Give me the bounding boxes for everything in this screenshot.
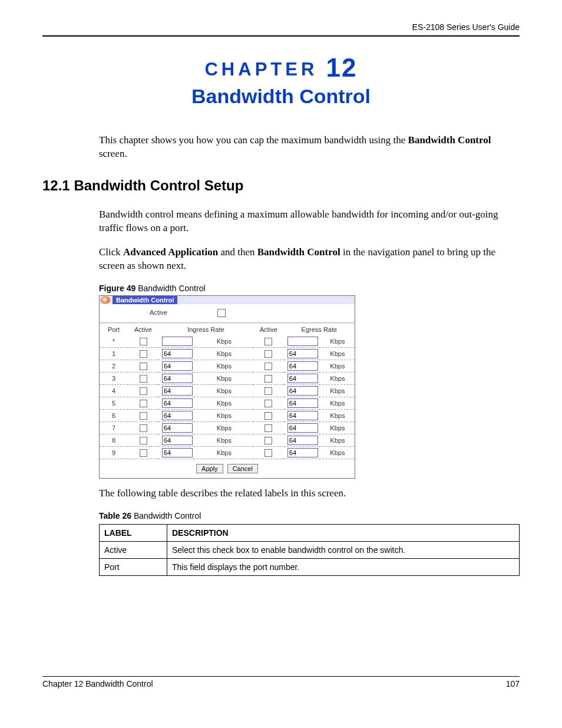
port-row: 8KbpsKbps [100, 434, 355, 447]
ingress-unit: Kbps [194, 373, 253, 385]
header-rule [42, 35, 520, 37]
chapter-label: CHAPTER 12 [42, 53, 520, 83]
cancel-button[interactable]: Cancel [227, 464, 258, 473]
after-figure-text: The following table describes the relate… [42, 487, 520, 500]
figure-caption: Figure 49 Bandwidth Control [42, 284, 520, 293]
ingress-unit: Kbps [194, 360, 253, 373]
global-active-row: Active [100, 304, 355, 324]
intro-post: screen. [99, 148, 127, 159]
ingress-rate-input[interactable] [162, 398, 193, 408]
egress-unit: Kbps [319, 385, 355, 397]
ingress-unit: Kbps [194, 410, 253, 422]
egress-active-checkbox[interactable] [265, 437, 272, 444]
ingress-active-checkbox[interactable] [140, 437, 147, 444]
egress-rate-input[interactable] [287, 411, 318, 420]
table-caption-text: Bandwidth Control [131, 511, 201, 521]
egress-rate-input[interactable] [287, 361, 318, 371]
p2-b1: Advanced Application [123, 246, 218, 258]
ingress-active-checkbox[interactable] [140, 400, 147, 407]
egress-active-checkbox[interactable] [265, 387, 272, 395]
egress-active-checkbox[interactable] [265, 338, 272, 345]
th-active-ingress: Active [128, 324, 158, 335]
egress-rate-input[interactable] [287, 337, 318, 346]
desc-row: PortThis field displays the port number. [100, 559, 520, 576]
egress-rate-input[interactable] [287, 436, 318, 445]
ingress-rate-input[interactable] [162, 448, 193, 457]
ingress-rate-input[interactable] [162, 386, 193, 396]
port-cell: 8 [100, 434, 128, 447]
chapter-number: 12 [318, 53, 357, 82]
egress-active-checkbox[interactable] [265, 375, 272, 383]
th-egress: Egress Rate [284, 324, 355, 335]
figure-caption-num: Figure 49 [99, 284, 135, 293]
egress-rate-input[interactable] [287, 448, 318, 457]
egress-rate-input[interactable] [287, 374, 318, 383]
port-row: 1KbpsKbps [100, 348, 355, 360]
egress-active-checkbox[interactable] [265, 449, 272, 457]
ingress-rate-input[interactable] [162, 374, 193, 383]
chapter-label-word: CHAPTER [204, 59, 318, 80]
p2-mid: and then [218, 246, 257, 258]
port-row: *KbpsKbps [100, 335, 355, 348]
intro-pre: This chapter shows you how you can cap t… [99, 134, 408, 146]
th-label: LABEL [100, 525, 167, 542]
p2-pre: Click [99, 246, 123, 258]
egress-unit: Kbps [319, 434, 355, 447]
egress-unit: Kbps [319, 397, 355, 410]
ingress-active-checkbox[interactable] [140, 449, 147, 457]
egress-unit: Kbps [319, 410, 355, 422]
ingress-unit: Kbps [194, 348, 253, 360]
th-ingress: Ingress Rate [158, 324, 253, 335]
section-heading: 12.1 Bandwidth Control Setup [42, 177, 520, 194]
egress-rate-input[interactable] [287, 386, 318, 396]
egress-active-checkbox[interactable] [265, 350, 272, 358]
ports-table: Port Active Ingress Rate Active Egress R… [100, 324, 355, 460]
ingress-active-checkbox[interactable] [140, 387, 147, 395]
ingress-rate-input[interactable] [162, 349, 193, 358]
global-active-label: Active [100, 309, 217, 317]
port-cell: 3 [100, 373, 128, 385]
ingress-active-checkbox[interactable] [140, 363, 147, 370]
ingress-rate-input[interactable] [162, 337, 193, 346]
egress-rate-input[interactable] [287, 398, 318, 408]
description-table: LABEL DESCRIPTION ActiveSelect this chec… [99, 524, 520, 576]
global-active-checkbox[interactable] [217, 309, 226, 317]
egress-active-checkbox[interactable] [265, 363, 272, 370]
ingress-rate-input[interactable] [162, 436, 193, 445]
ingress-rate-input[interactable] [162, 411, 193, 420]
port-cell: 4 [100, 385, 128, 397]
document-header: ES-2108 Series User's Guide [42, 22, 520, 35]
ingress-rate-input[interactable] [162, 361, 193, 371]
port-row: 5KbpsKbps [100, 397, 355, 410]
port-row: 2KbpsKbps [100, 360, 355, 373]
port-cell: 6 [100, 410, 128, 422]
ingress-active-checkbox[interactable] [140, 375, 147, 383]
egress-unit: Kbps [319, 348, 355, 360]
paragraph-1: Bandwidth control means defining a maxim… [42, 208, 520, 235]
desc-label: Active [100, 542, 167, 559]
apply-button[interactable]: Apply [196, 464, 223, 473]
egress-unit: Kbps [319, 422, 355, 434]
ingress-rate-input[interactable] [162, 423, 193, 433]
screenshot-titlebar: Bandwidth Control [100, 296, 355, 304]
port-cell: 2 [100, 360, 128, 373]
page-footer: Chapter 12 Bandwidth Control 107 [42, 676, 520, 689]
egress-active-checkbox[interactable] [265, 424, 272, 432]
port-cell: 1 [100, 348, 128, 360]
egress-rate-input[interactable] [287, 349, 318, 358]
egress-unit: Kbps [319, 373, 355, 385]
ingress-unit: Kbps [194, 335, 253, 348]
table-caption-num: Table 26 [99, 511, 131, 521]
egress-rate-input[interactable] [287, 423, 318, 433]
ingress-active-checkbox[interactable] [140, 350, 147, 358]
ingress-active-checkbox[interactable] [140, 412, 147, 420]
port-row: 4KbpsKbps [100, 385, 355, 397]
egress-active-checkbox[interactable] [265, 400, 272, 407]
egress-active-checkbox[interactable] [265, 412, 272, 420]
ingress-active-checkbox[interactable] [140, 338, 147, 345]
port-row: 6KbpsKbps [100, 410, 355, 422]
ingress-active-checkbox[interactable] [140, 424, 147, 432]
desc-text: This field displays the port number. [167, 559, 520, 576]
port-row: 3KbpsKbps [100, 373, 355, 385]
th-port: Port [100, 324, 128, 335]
